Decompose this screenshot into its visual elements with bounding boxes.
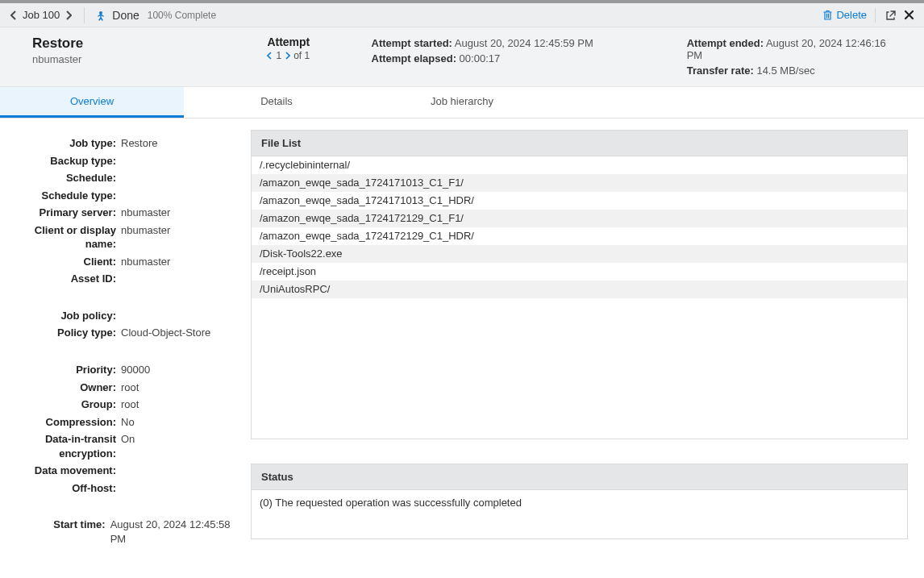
detail-label: Compression: xyxy=(11,415,121,430)
attempt-elapsed-value: 00:00:17 xyxy=(460,52,501,64)
detail-label: Asset ID: xyxy=(11,272,121,286)
attempt-started-label: Attempt started: xyxy=(372,37,452,49)
transfer-rate-row: Transfer rate: 14.5 MB/sec xyxy=(687,64,900,77)
detail-label: Job policy: xyxy=(11,309,121,323)
topbar: Job 100 Done 100% Complete Delete xyxy=(0,3,924,27)
attempt-elapsed-row: Attempt elapsed: 00:00:17 xyxy=(372,52,687,64)
panels-column: File List /.recyclebininternal/ /amazon_… xyxy=(246,119,924,578)
detail-value: nbumaster xyxy=(121,255,170,269)
done-icon xyxy=(94,9,107,22)
file-list-panel: File List /.recyclebininternal/ /amazon_… xyxy=(251,130,908,439)
delete-label: Delete xyxy=(836,9,867,21)
transfer-rate-value: 14.5 MB/sec xyxy=(756,64,814,77)
page-subtitle: nbumaster xyxy=(32,53,206,65)
detail-label: Job type: xyxy=(11,136,121,151)
prev-attempt-button[interactable] xyxy=(267,52,273,60)
detail-label: Owner: xyxy=(11,380,121,395)
status-panel: Status (0) The requested operation was s… xyxy=(251,464,908,539)
attempt-of: of 1 xyxy=(293,50,310,61)
status-message: (0) The requested operation was successf… xyxy=(252,490,907,538)
detail-label: Off-host: xyxy=(11,481,121,496)
page-title: Restore xyxy=(32,35,206,52)
details-column: Job type:Restore Backup type: Schedule: … xyxy=(0,119,246,578)
detail-label: Priority: xyxy=(11,363,121,377)
detail-value: On xyxy=(121,432,135,460)
detail-label: Backup type: xyxy=(11,154,121,168)
job-progress-label: 100% Complete xyxy=(148,10,216,21)
next-attempt-button[interactable] xyxy=(285,52,290,60)
vertical-divider xyxy=(84,7,85,23)
attempt-label: Attempt xyxy=(267,35,310,48)
status-header: Status xyxy=(252,464,907,490)
file-row: /UniAutosRPC/ xyxy=(252,281,907,298)
tab-details[interactable]: Details xyxy=(184,87,369,118)
file-row: /receipt.json xyxy=(252,263,907,281)
attempt-started-row: Attempt started: August 20, 2024 12:45:5… xyxy=(372,37,687,49)
topbar-left: Job 100 Done 100% Complete xyxy=(8,7,216,23)
trash-icon xyxy=(822,10,833,21)
detail-label: Start time: xyxy=(11,518,110,546)
detail-value: root xyxy=(121,380,139,395)
detail-value: nbumaster xyxy=(121,206,170,220)
file-row: /amazon_ewqe_sada_1724172129_C1_HDR/ xyxy=(252,227,907,245)
file-row: /.recyclebininternal/ xyxy=(252,156,907,174)
close-button[interactable] xyxy=(901,8,916,23)
job-id-label: Job 100 xyxy=(21,9,61,21)
file-row: /amazon_ewqe_sada_1724171013_C1_F1/ xyxy=(252,174,907,192)
overview-body: Job type:Restore Backup type: Schedule: … xyxy=(0,119,924,578)
file-row: /amazon_ewqe_sada_1724171013_C1_HDR/ xyxy=(252,192,907,210)
file-list-header: File List xyxy=(252,131,907,156)
detail-label: Data-in-transit encryption: xyxy=(11,432,121,460)
detail-value: nbumaster xyxy=(121,223,170,252)
attempt-elapsed-label: Attempt elapsed: xyxy=(372,52,456,64)
detail-label: Schedule: xyxy=(11,171,121,185)
prev-job-button[interactable] xyxy=(8,8,19,23)
tab-job-hierarchy[interactable]: Job hierarchy xyxy=(369,87,555,118)
detail-label: Policy type: xyxy=(11,326,121,340)
summary-header: Restore nbumaster Attempt 1 of 1 Attempt… xyxy=(0,27,924,87)
file-row: /amazon_ewqe_sada_1724172129_C1_F1/ xyxy=(252,210,907,227)
attempt-pager: 1 of 1 xyxy=(267,50,310,61)
job-status-label: Done xyxy=(112,9,139,22)
detail-value: root xyxy=(121,397,139,412)
tab-overview[interactable]: Overview xyxy=(0,87,184,118)
transfer-rate-label: Transfer rate: xyxy=(687,64,754,77)
delete-button[interactable]: Delete xyxy=(822,9,867,21)
tabs: Overview Details Job hierarchy xyxy=(0,87,924,119)
vertical-divider xyxy=(875,8,876,23)
detail-label: Group: xyxy=(11,397,121,412)
detail-value: No xyxy=(121,415,135,430)
detail-label: Data movement: xyxy=(11,464,121,478)
attempt-ended-label: Attempt ended: xyxy=(687,37,764,49)
file-list-body: /.recyclebininternal/ /amazon_ewqe_sada_… xyxy=(252,156,907,439)
detail-value: August 20, 2024 12:45:58 PM xyxy=(110,518,235,546)
detail-value: 90000 xyxy=(121,363,150,377)
topbar-right: Delete xyxy=(822,8,916,23)
detail-label: Client or display name: xyxy=(11,223,121,252)
open-external-button[interactable] xyxy=(884,8,898,23)
detail-label: Schedule type: xyxy=(11,189,121,203)
detail-label: Client: xyxy=(11,255,121,269)
detail-value: Restore xyxy=(121,136,158,151)
next-job-button[interactable] xyxy=(63,8,74,23)
detail-label: Primary server: xyxy=(11,206,121,220)
file-row: /Disk-Tools22.exe xyxy=(252,245,907,263)
attempt-current: 1 xyxy=(276,50,281,61)
detail-value: Cloud-Object-Store xyxy=(121,326,210,340)
attempt-started-value: August 20, 2024 12:45:59 PM xyxy=(455,37,593,49)
attempt-ended-row: Attempt ended: August 20, 2024 12:46:16 … xyxy=(687,37,900,61)
